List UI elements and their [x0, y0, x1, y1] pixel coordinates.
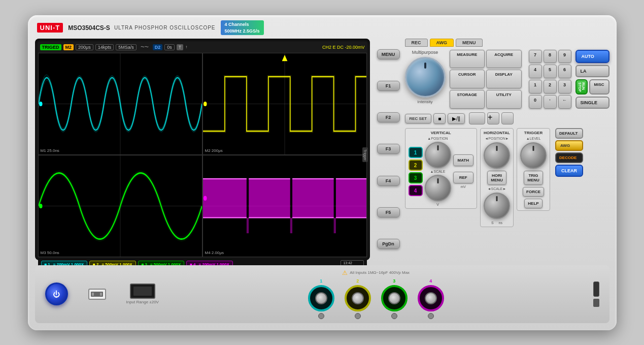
- ch2-waveform: M2 200μs: [202, 53, 367, 155]
- force-button[interactable]: FORCE: [523, 187, 544, 197]
- play-pause-button[interactable]: ▶/‖: [448, 113, 465, 124]
- trigger-label: Trigger: [362, 147, 368, 163]
- help-button[interactable]: HELP: [524, 199, 542, 208]
- f1-button[interactable]: F1: [377, 81, 400, 91]
- bottom-action-buttons: DEFAULT AWG DECODE CLEAR: [555, 128, 583, 177]
- f4-button[interactable]: F4: [377, 176, 400, 186]
- stop-button[interactable]: ■: [433, 113, 446, 124]
- trig-menu-button[interactable]: TRIGMENU: [524, 171, 543, 185]
- num-dot[interactable]: ·: [544, 95, 557, 109]
- multipurpose-knob[interactable]: [405, 57, 446, 98]
- la-button[interactable]: LA: [575, 65, 609, 77]
- waveform-icon: 〜〜: [139, 44, 151, 50]
- svg-point-9: [39, 203, 42, 208]
- ch3-waveform: M3 50.0ns: [38, 155, 202, 257]
- front-bottom-panel: ⏻ Input Range ±20V ⚠ All Inputs 1MΩ~16pF…: [35, 265, 609, 323]
- single-button[interactable]: SINGLE: [575, 97, 609, 109]
- rec-set-button[interactable]: REC SET: [405, 114, 432, 123]
- awg-tab[interactable]: AWG: [430, 39, 454, 47]
- side-buttons: MENU F1 F2 F3 F4 F5 PgDn: [377, 39, 400, 260]
- connectors-section: ⚠ All Inputs 1MΩ~16pF 400Vp Max 1 2: [179, 269, 573, 319]
- ch3-bnc[interactable]: [381, 285, 408, 311]
- ch2-bnc[interactable]: [345, 285, 371, 311]
- sample-display: 14kpts: [95, 44, 114, 50]
- middle-controls: VERTICAL 1 2 3 4 ▲POSITION: [405, 128, 609, 227]
- display-button[interactable]: DISPLAY: [486, 70, 522, 88]
- num-4[interactable]: 4: [529, 65, 542, 78]
- svg-rect-16: [333, 217, 335, 233]
- ch1-connector-label: 1: [320, 278, 322, 284]
- ch1-waveform: M1 25.0ns: [38, 53, 202, 155]
- screen-bezel: TRIGED M2 200μs 14kpts 5MSa/s 〜〜 D2 0s T…: [35, 39, 370, 260]
- vertical-scale-knob[interactable]: [425, 175, 451, 201]
- ch2-label: M2 200μs: [205, 148, 223, 153]
- numpad: 7 8 9 4 5 6 1 2 3 0 · ←: [529, 50, 571, 109]
- horizontal-section: HORIZONTAL ◄POSITION► HORIMENU ◄SCALE► S…: [480, 128, 514, 227]
- ch1-select-button[interactable]: 1: [409, 147, 423, 158]
- menu-tab[interactable]: MENU: [456, 39, 483, 47]
- ch2-connector: 2: [345, 278, 371, 319]
- ch1-bnc[interactable]: [308, 285, 334, 311]
- cursor-button[interactable]: CURSOR: [450, 70, 485, 88]
- num-1[interactable]: 1: [529, 80, 542, 93]
- right-side-ports: [593, 281, 599, 307]
- utility-button[interactable]: UTILITY: [486, 90, 522, 109]
- minus-button[interactable]: [501, 112, 514, 124]
- f2-button[interactable]: F2: [377, 112, 400, 122]
- main-body: TRIGED M2 200μs 14kpts 5MSa/s 〜〜 D2 0s T…: [35, 39, 609, 260]
- power-button[interactable]: ⏻: [45, 283, 68, 305]
- num-7[interactable]: 7: [529, 50, 542, 64]
- vertical-position-knob[interactable]: [425, 142, 451, 168]
- warning-text: ⚠ All Inputs 1MΩ~16pF 400Vp Max: [342, 269, 410, 276]
- ch2-select-button[interactable]: 2: [409, 160, 423, 171]
- ch4-bnc[interactable]: [418, 285, 444, 311]
- num-0[interactable]: 0: [529, 95, 542, 109]
- multipurpose-section: Multipurpose Intensity: [405, 50, 446, 109]
- horizontal-label: HORIZONTAL: [484, 131, 510, 135]
- hori-menu-button[interactable]: HORIMENU: [487, 171, 506, 185]
- arrow-icon: ↑: [185, 45, 187, 49]
- misc-button[interactable]: MISC: [589, 79, 609, 95]
- num-5[interactable]: 5: [544, 65, 557, 78]
- auto-button[interactable]: AUTO: [575, 50, 609, 63]
- f3-button[interactable]: F3: [377, 144, 400, 154]
- waveform-area: M1 25.0ns: [38, 53, 367, 257]
- num-3[interactable]: 3: [558, 80, 571, 93]
- awg-button[interactable]: AWG: [555, 140, 583, 151]
- num-6[interactable]: 6: [558, 65, 571, 78]
- f5-button[interactable]: F5: [377, 207, 400, 217]
- ch2-ground: [355, 313, 361, 319]
- decode-button[interactable]: DECODE: [555, 152, 583, 163]
- ref-button[interactable]: REF: [453, 172, 474, 183]
- num-9[interactable]: 9: [558, 50, 571, 64]
- plus-button[interactable]: +: [487, 112, 499, 124]
- header: UNI-T MSO3504CS-S ULTRA PHOSPHOR OSCILLO…: [35, 20, 609, 36]
- ch4-select-button[interactable]: 4: [409, 185, 423, 196]
- clear-button[interactable]: CLEAR: [555, 165, 583, 177]
- rec-tab[interactable]: REC: [405, 39, 428, 47]
- sample-rate: 5MSa/s: [116, 44, 137, 50]
- timebase-display: 200μs: [76, 44, 93, 50]
- num-backspace[interactable]: ←: [558, 95, 571, 109]
- horizontal-scale-knob[interactable]: [484, 193, 510, 219]
- mode-button[interactable]: [469, 112, 485, 124]
- ch3-select-button[interactable]: 3: [409, 172, 423, 183]
- acquire-button[interactable]: ACQUIRE: [486, 50, 522, 69]
- trigger-status: TRIGED: [40, 44, 61, 50]
- trigger-level-knob[interactable]: [520, 142, 547, 169]
- ch2-info: CH2 E DC -20.00mV: [322, 45, 365, 50]
- num-8[interactable]: 8: [544, 50, 557, 64]
- horizontal-position-knob[interactable]: [484, 142, 510, 169]
- measure-button[interactable]: MEASURE: [450, 50, 485, 69]
- usb-side-port: [593, 281, 599, 297]
- svg-point-26: [204, 196, 207, 200]
- svg-rect-11: [203, 178, 247, 217]
- pgdn-button[interactable]: PgDn: [377, 239, 400, 249]
- menu-button[interactable]: MENU: [377, 49, 400, 59]
- math-button[interactable]: MATH: [453, 154, 474, 166]
- num-2[interactable]: 2: [544, 80, 557, 93]
- multipurpose-label: Multipurpose: [412, 50, 438, 55]
- run-stop-button[interactable]: RUNSTOP: [575, 79, 588, 95]
- storage-button[interactable]: STORAGE: [450, 90, 485, 109]
- default-button[interactable]: DEFAULT: [555, 128, 583, 139]
